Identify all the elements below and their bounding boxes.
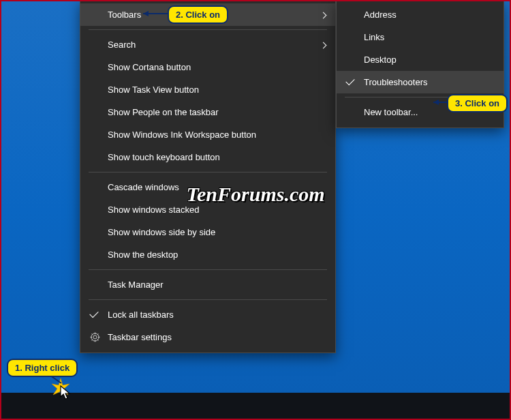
taskbar-menu-item-sidebyside[interactable]: Show windows side by side [80, 221, 335, 243]
menu-item-label: Troubleshooters [364, 77, 483, 87]
menu-item-label: Search [108, 40, 315, 50]
menu-item-label: Cascade windows [108, 182, 315, 192]
taskbar-menu-item-ink[interactable]: Show Windows Ink Workspace button [80, 123, 335, 146]
taskbar-menu-item-cascade[interactable]: Cascade windows [80, 176, 335, 198]
icon-slot [346, 81, 364, 83]
submenu-arrow-slot [315, 10, 326, 20]
taskbar[interactable] [0, 393, 511, 420]
menu-item-label: Taskbar settings [108, 332, 315, 342]
toolbars-menu-item-troubleshooters[interactable]: Troubleshooters [337, 71, 504, 93]
menu-separator [89, 29, 327, 30]
taskbar-menu-item-search[interactable]: Search [80, 33, 335, 56]
menu-separator [89, 269, 327, 270]
taskbar-menu-item-lock[interactable]: Lock all taskbars [80, 303, 335, 326]
menu-item-label: Lock all taskbars [108, 310, 315, 320]
gear-icon [90, 332, 100, 342]
menu-item-label: Show the desktop [108, 250, 315, 260]
check-icon [89, 309, 98, 318]
menu-item-label: Task Manager [108, 280, 315, 290]
taskbar-menu-item-people[interactable]: Show People on the taskbar [80, 101, 335, 123]
taskbar-menu-item-cortana[interactable]: Show Cortana button [80, 56, 335, 78]
menu-item-label: Show touch keyboard button [108, 152, 315, 162]
taskbar-menu-item-showdesktop[interactable]: Show the desktop [80, 243, 335, 266]
menu-item-label: Address [364, 10, 483, 20]
svg-marker-16 [61, 386, 69, 399]
chevron-right-icon [320, 42, 327, 49]
annotation-step-1: 1. Right click [7, 359, 78, 377]
menu-item-label: Desktop [364, 55, 483, 65]
check-icon [345, 76, 354, 85]
cursor-icon [60, 385, 72, 402]
taskbar-menu-item-stacked[interactable]: Show windows stacked [80, 198, 335, 221]
menu-item-label: Show windows side by side [108, 227, 315, 237]
menu-item-label: Show windows stacked [108, 205, 315, 215]
icon-slot [90, 314, 108, 316]
icon-slot [90, 332, 108, 342]
menu-item-label: Show Task View button [108, 85, 315, 95]
toolbars-menu-item-desktop[interactable]: Desktop [337, 48, 504, 71]
menu-item-label: Links [364, 32, 483, 42]
toolbars-menu-item-address[interactable]: Address [337, 3, 504, 26]
chevron-right-icon [320, 12, 327, 19]
menu-item-label: Show Cortana button [108, 62, 315, 72]
toolbars-menu-item-links[interactable]: Links [337, 26, 504, 48]
menu-separator [89, 172, 327, 172]
menu-item-label: Show Windows Ink Workspace button [108, 130, 315, 140]
taskbar-menu-item-taskmgr[interactable]: Task Manager [80, 273, 335, 296]
taskbar-menu-item-settings[interactable]: Taskbar settings [80, 326, 335, 348]
taskbar-menu-item-taskview[interactable]: Show Task View button [80, 78, 335, 101]
menu-separator [89, 299, 327, 300]
menu-item-label: Show People on the taskbar [108, 107, 315, 117]
taskbar-context-menu: ToolbarsSearchShow Cortana buttonShow Ta… [80, 0, 336, 353]
svg-point-0 [93, 335, 97, 339]
annotation-step-2: 2. Click on [168, 5, 228, 24]
submenu-arrow-slot [315, 40, 326, 50]
taskbar-menu-item-touchkb[interactable]: Show touch keyboard button [80, 146, 335, 168]
annotation-step-3: 3. Click on [447, 94, 508, 112]
